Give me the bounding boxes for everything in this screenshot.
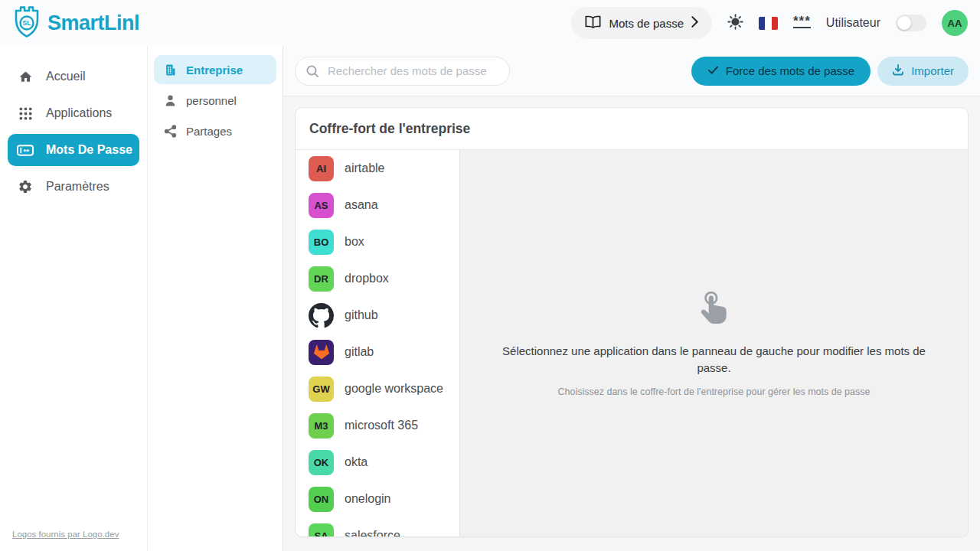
app-row-asana[interactable]: AS asana	[296, 187, 459, 223]
vault-tab-label: Partages	[186, 125, 232, 138]
app-row-airtable[interactable]: AI airtable	[296, 150, 459, 187]
sidebar-item-label: Applications	[46, 106, 112, 120]
logos-credit-link[interactable]: Logos fournis par Logo.dev	[12, 530, 119, 539]
sidebar-item-applications[interactable]: Applications	[0, 95, 147, 132]
passwords-context-label: Mots de passe	[609, 17, 684, 30]
app-logo: GW	[309, 377, 334, 402]
app-name: microsoft 365	[345, 419, 418, 432]
app-name: asana	[345, 198, 378, 212]
app-name: onelogin	[345, 492, 391, 506]
main-area: Force des mots de passe Importer Coffre-…	[283, 46, 980, 551]
brand-name: SmartLinl	[47, 11, 139, 35]
sidebar-item-param-tres[interactable]: Paramètres	[0, 168, 147, 205]
app-logo: ON	[309, 487, 334, 512]
sidebar-item-mots-de-passe[interactable]: ** Mots De Passe	[8, 134, 139, 166]
main-sidebar: Accueil Applications ** Mots De Passe Pa…	[0, 46, 148, 551]
search-box	[295, 57, 510, 86]
app-row-dropbox[interactable]: DR dropbox	[296, 260, 459, 297]
empty-state-subtitle: Choisissez dans le coffre-fort de l'entr…	[558, 386, 871, 397]
import-button[interactable]: Importer	[877, 57, 969, 86]
vault-tab-label: Entreprise	[186, 64, 243, 77]
app-row-github[interactable]: github	[296, 297, 459, 334]
app-name: gitlab	[345, 345, 374, 359]
app-logo: AI	[309, 156, 334, 181]
vault-card-header: Coffre-fort de l'entreprise	[296, 108, 968, 150]
password-icon: **	[17, 144, 34, 157]
user-mode-toggle[interactable]	[896, 15, 926, 31]
app-name: dropbox	[345, 272, 389, 285]
app-row-okta[interactable]: OK okta	[296, 444, 459, 481]
svg-text:SL: SL	[23, 19, 31, 27]
language-flag-button[interactable]	[759, 17, 778, 30]
gitlab-logo-icon	[309, 340, 334, 365]
app-name: okta	[345, 455, 368, 469]
sidebar-item-label: Paramètres	[46, 180, 109, 194]
content-area: Coffre-fort de l'entreprise AI airtable …	[283, 96, 980, 551]
app-name: box	[345, 235, 364, 249]
app-logo: M3	[309, 413, 334, 439]
download-icon	[892, 64, 904, 78]
vault-tab-personnel[interactable]: personnel	[154, 86, 276, 115]
france-flag-icon	[759, 17, 778, 30]
app-row-gitlab[interactable]: gitlab	[296, 334, 459, 370]
building-icon	[163, 64, 177, 77]
chevron-right-icon	[691, 16, 698, 30]
app-logo: DR	[309, 266, 334, 292]
home-icon	[17, 70, 34, 84]
passwords-toolbar: Force des mots de passe Importer	[283, 46, 980, 96]
app-header: SL SmartLinl Mots de passe	[0, 0, 980, 46]
brand-logo: SL SmartLinl	[11, 4, 139, 42]
empty-state-title: Sélectionnez une application dans le pan…	[497, 343, 931, 377]
gear-icon	[17, 179, 34, 194]
grid-icon	[17, 106, 34, 121]
app-logo: OK	[309, 450, 334, 475]
user-label: Utilisateur	[826, 16, 880, 30]
app-logo: SA	[309, 523, 334, 537]
theme-toggle-button[interactable]	[727, 14, 743, 32]
book-icon	[585, 15, 601, 31]
password-generator-button[interactable]: ***	[793, 18, 811, 28]
share-icon	[163, 125, 177, 138]
sun-icon	[727, 14, 743, 32]
vault-tab-label: personnel	[186, 94, 237, 107]
password-strength-button[interactable]: Force des mots de passe	[691, 57, 871, 86]
github-logo-icon	[309, 303, 334, 328]
vault-card: Coffre-fort de l'entreprise AI airtable …	[295, 107, 969, 537]
app-list[interactable]: AI airtable AS asana BO box DR dropbox g…	[296, 150, 460, 536]
vault-tabs-sidebar: Entreprise personnel Partages	[148, 46, 283, 551]
app-row-salesforce[interactable]: SA salesforce	[296, 517, 459, 536]
sidebar-item-label: Accueil	[46, 70, 86, 83]
app-name: google workspace	[345, 382, 443, 396]
import-label: Importer	[911, 64, 954, 77]
asterisks-icon: ***	[793, 18, 811, 28]
sidebar-item-label: Mots De Passe	[46, 143, 132, 157]
app-row-microsoft-365[interactable]: M3 microsoft 365	[296, 407, 459, 444]
svg-text:**: **	[24, 146, 30, 155]
avatar[interactable]: AA	[942, 10, 968, 36]
app-name: github	[345, 308, 378, 322]
vault-tab-partages[interactable]: Partages	[154, 116, 276, 145]
app-logo: AS	[309, 193, 334, 218]
passwords-context-button[interactable]: Mots de passe	[571, 7, 712, 39]
empty-state-panel: Sélectionnez une application dans le pan…	[460, 150, 968, 536]
toggle-knob	[897, 16, 911, 30]
hand-tap-icon	[695, 289, 733, 331]
app-logo: BO	[309, 230, 334, 255]
search-input[interactable]	[295, 57, 510, 86]
app-row-box[interactable]: BO box	[296, 223, 459, 260]
search-icon	[305, 64, 319, 81]
app-name: airtable	[345, 161, 384, 175]
app-row-onelogin[interactable]: ON onelogin	[296, 481, 459, 517]
sidebar-item-accueil[interactable]: Accueil	[0, 58, 147, 95]
person-icon	[163, 94, 177, 107]
app-row-google-workspace[interactable]: GW google workspace	[296, 370, 459, 407]
check-icon	[707, 64, 719, 77]
vault-title: Coffre-fort de l'entreprise	[309, 121, 470, 137]
shield-logo-icon: SL	[11, 4, 43, 42]
vault-tab-entreprise[interactable]: Entreprise	[154, 55, 276, 84]
app-name: salesforce	[345, 529, 400, 536]
password-strength-label: Force des mots de passe	[726, 64, 854, 77]
